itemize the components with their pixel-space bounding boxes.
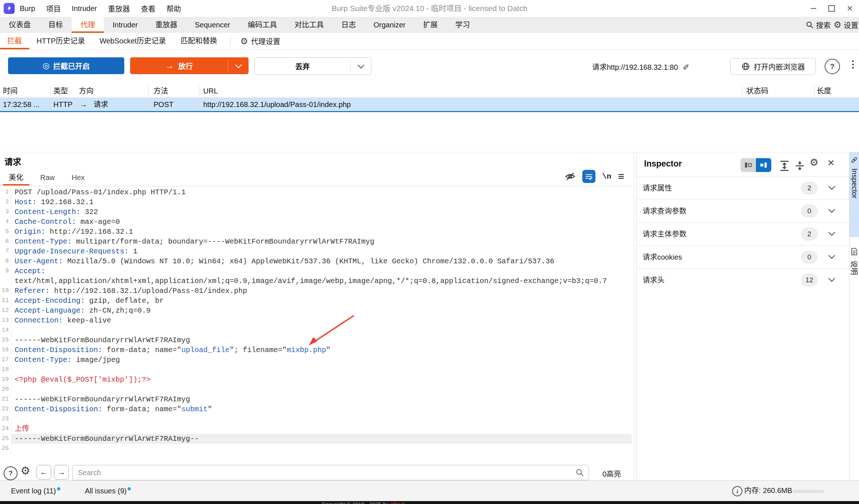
drop-dropdown-button[interactable] [351,58,371,75]
tab-目标[interactable]: 目标 [39,17,72,33]
editor-help-button[interactable]: ? [4,466,18,480]
tab-对比工具[interactable]: 对比工具 [286,17,333,33]
menu-查看[interactable]: 查看 [141,3,155,14]
subtab-WebSocket历史记录[interactable]: WebSocket历史记录 [92,33,173,49]
inspector-settings-button[interactable]: ⚙ [810,157,818,168]
forward-button[interactable]: → 放行 [130,57,249,74]
inspector-section-请求属性[interactable]: 请求属性2 [637,176,849,199]
forward-dropdown-button[interactable] [228,57,249,74]
subtab-拦截[interactable]: 拦截 [0,33,29,49]
edit-pencil-icon[interactable]: ✎ [682,63,691,70]
open-browser-button[interactable]: 打开内嵌浏览器 [730,58,816,75]
request-line-15: 15------WebKitFormBoundaryrrWlArWtF7RAIm… [0,335,634,345]
back-arrow-icon: ← [40,467,48,477]
search-button[interactable]: 搜索 [806,20,830,30]
request-line-16: 16Content-Disposition: form-data; name="… [0,345,634,355]
drop-button[interactable]: 丢弃 [254,57,371,75]
close-button[interactable]: × [841,0,859,17]
minimize-icon [811,8,816,9]
column-header-类型[interactable]: 类型 [53,84,68,98]
column-divider[interactable] [742,86,742,96]
tab-日志[interactable]: 日志 [333,17,365,33]
column-header-方法[interactable]: 方法 [154,84,168,98]
strip-notes-label[interactable]: 说明 [849,260,859,275]
request-tab-Hex[interactable]: Hex [66,169,91,186]
menu-帮助[interactable]: 帮助 [166,3,181,14]
expand-all-icon[interactable] [779,160,790,171]
inspector-section-请求cookies[interactable]: 请求cookies0 [637,245,849,268]
search-next-button[interactable]: → [54,465,69,480]
line-number: 25 [0,434,9,444]
column-divider[interactable] [148,86,149,96]
inspector-section-请求头[interactable]: 请求头12 [637,268,849,291]
column-divider[interactable] [814,86,815,96]
menu-重放器[interactable]: 重放器 [108,3,130,14]
column-header-长度[interactable]: 长度 [817,84,831,98]
line-text: text/html,application/xhtml+xml,applicat… [15,276,607,286]
intercept-table-header: 时间类型方向方法URL状态码长度 [0,84,859,98]
line-number: 18 [0,365,9,375]
menu-Intruder[interactable]: Intruder [72,4,97,13]
intercept-label: 拦截已开启 [53,61,90,71]
tab-编码工具[interactable]: 编码工具 [239,17,286,33]
search-back-button[interactable]: ← [37,465,51,480]
request-body[interactable]: 1POST /upload/Pass-01/index.php HTTP/1.1… [0,187,634,454]
inspector-close-icon[interactable]: × [828,156,835,169]
tab-仪表盘[interactable]: 仪表盘 [0,17,39,33]
menu-项目[interactable]: 项目 [46,3,61,14]
request-tab-Raw[interactable]: Raw [34,169,61,186]
subtab-HTTP历史记录[interactable]: HTTP历史记录 [29,33,92,49]
newline-toggle-icon[interactable]: \n [602,172,611,181]
settings-button[interactable]: ⚙ 设置 [833,20,858,30]
search-label: 搜索 [816,20,830,30]
tab-扩展[interactable]: 扩展 [415,17,447,33]
kebab-menu-icon[interactable]: ⋮ [848,58,858,70]
column-divider[interactable] [50,86,51,96]
editor-menu-icon[interactable]: ≡ [618,171,624,182]
help-icon: ? [830,62,835,71]
help-button[interactable]: ? [825,59,840,74]
layout-left-button[interactable] [741,158,756,172]
line-number: 11 [0,296,9,306]
tab-重放器[interactable]: 重放器 [147,17,186,33]
tab-学习[interactable]: 学习 [447,17,479,33]
editor-settings-button[interactable]: ⚙ [20,465,30,477]
request-tab-美化[interactable]: 美化 [3,169,29,186]
tab-代理[interactable]: 代理 [72,17,104,33]
layout-right-button[interactable] [756,158,771,172]
info-icon: i [732,486,742,496]
line-text: Upgrade-Insecure-Requests: 1 [15,247,137,256]
column-header-状态码[interactable]: 状态码 [746,84,768,98]
inspector-title: Inspector [644,159,682,169]
column-header-时间[interactable]: 时间 [3,84,18,98]
search-input[interactable] [72,465,589,480]
tab-proxy-settings[interactable]: ⚙ 代理设置 [236,36,284,46]
column-header-URL[interactable]: URL [203,84,218,98]
intercept-toggle-button[interactable]: ◎ 拦截已开启 [8,57,124,74]
column-header-方向[interactable]: 方向 [79,84,94,98]
request-line-17: 17Content-Type: image/jpeg [0,355,634,365]
intercepted-request-row[interactable]: 17:32:58 ... HTTP → 请求 POST http://192.1… [0,98,859,112]
section-count-badge: 2 [801,228,818,241]
inspector-section-请求查询参数[interactable]: 请求查询参数0 [637,199,849,222]
tab-Organizer[interactable]: Organizer [365,17,415,33]
inspector-section-请求主体参数[interactable]: 请求主体参数2 [637,222,849,245]
docs-icon[interactable] [851,248,858,255]
line-number: 9 [0,266,9,276]
menu-bar: Burp项目Intruder重放器查看帮助 [20,0,181,17]
line-number: 17 [0,355,9,365]
all-issues-tab[interactable]: All issues (9) [85,481,131,501]
menu-Burp[interactable]: Burp [20,4,35,13]
maximize-button[interactable] [822,0,841,17]
event-log-tab[interactable]: Event log (11) [11,481,60,501]
collapse-all-icon[interactable] [794,160,806,171]
hide-eye-slash-icon[interactable] [565,172,576,181]
wrap-lines-button[interactable] [582,170,595,183]
minimize-button[interactable] [804,0,822,17]
column-divider[interactable] [199,86,199,96]
strip-inspector-tab[interactable]: Inspector [849,152,859,237]
gear-icon: ⚙ [240,37,248,46]
tab-Intruder[interactable]: Intruder [104,17,147,33]
subtab-匹配和替换[interactable]: 匹配和替换 [173,33,224,49]
tab-Sequencer[interactable]: Sequencer [186,17,239,33]
